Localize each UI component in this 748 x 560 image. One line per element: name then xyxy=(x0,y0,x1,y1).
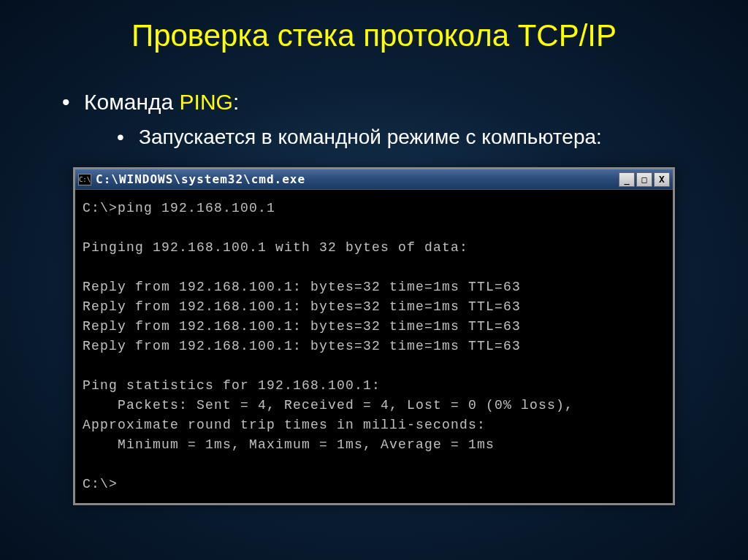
terminal-line: Ping statistics for 192.168.100.1: xyxy=(83,378,381,393)
terminal-line: Reply from 192.168.100.1: bytes=32 time=… xyxy=(83,339,521,353)
terminal-line: Reply from 192.168.100.1: bytes=32 time=… xyxy=(83,280,521,294)
terminal-line: Pinging 192.168.100.1 with 32 bytes of d… xyxy=(83,240,468,255)
terminal-line: Reply from 192.168.100.1: bytes=32 time=… xyxy=(83,299,521,314)
maximize-button[interactable]: □ xyxy=(636,172,652,187)
bullet-text-highlight: PING xyxy=(180,90,233,114)
bullet-item-command: Команда PING: Запускается в командной ре… xyxy=(58,90,704,149)
terminal-line: Packets: Sent = 4, Received = 4, Lost = … xyxy=(83,398,573,413)
cmd-icon: C:\ xyxy=(78,174,91,185)
bullet-text-prefix: Команда xyxy=(84,90,180,114)
sub-bullet-list: Запускается в командной режиме с компьют… xyxy=(113,126,704,149)
terminal-output[interactable]: C:\>ping 192.168.100.1 Pinging 192.168.1… xyxy=(75,190,673,503)
bullet-text-suffix: : xyxy=(233,90,239,114)
terminal-prompt: C:\> xyxy=(83,477,118,491)
minimize-button[interactable]: _ xyxy=(619,172,635,187)
window-controls: _ □ X xyxy=(619,172,670,187)
bullet-list: Команда PING: Запускается в командной ре… xyxy=(58,90,704,149)
slide-container: Проверка стека протокола TCP/IP Команда … xyxy=(0,0,748,560)
window-title: C:\WINDOWS\system32\cmd.exe xyxy=(96,172,619,186)
terminal-line: Minimum = 1ms, Maximum = 1ms, Average = … xyxy=(83,437,495,452)
terminal-line: Reply from 192.168.100.1: bytes=32 time=… xyxy=(83,319,521,334)
close-button[interactable]: X xyxy=(654,172,670,187)
cmd-window: C:\ C:\WINDOWS\system32\cmd.exe _ □ X C:… xyxy=(73,167,675,505)
terminal-line: C:\>ping 192.168.100.1 xyxy=(83,201,275,215)
titlebar[interactable]: C:\ C:\WINDOWS\system32\cmd.exe _ □ X xyxy=(75,169,673,190)
slide-title: Проверка стека протокола TCP/IP xyxy=(44,18,704,53)
terminal-line: Approximate round trip times in milli-se… xyxy=(83,418,486,432)
sub-bullet-item: Запускается в командной режиме с компьют… xyxy=(113,126,704,149)
